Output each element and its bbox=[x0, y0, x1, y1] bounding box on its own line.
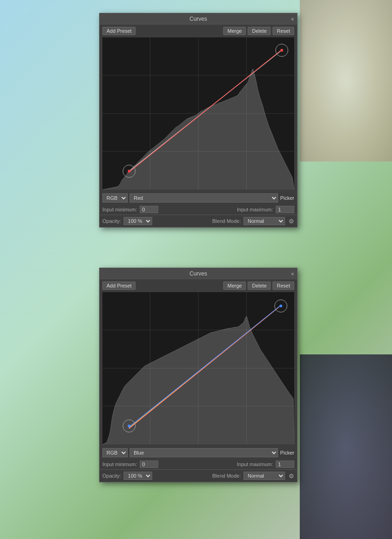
input-max-field-1[interactable] bbox=[276, 206, 294, 213]
add-preset-button-2[interactable]: Add Preset bbox=[102, 281, 136, 290]
opacity-label-1: Opacity: bbox=[102, 218, 121, 224]
picker-button-2[interactable]: Picker bbox=[280, 450, 294, 455]
control-dot-red-bottom bbox=[128, 170, 131, 173]
blend-mode-select-2[interactable]: Normal bbox=[244, 472, 285, 480]
rgb-select-1[interactable]: RGB bbox=[102, 193, 128, 203]
opacity-row-2: Opacity: 100 % Blend Mode: Normal ⚙ bbox=[100, 469, 297, 482]
input-min-field-1[interactable] bbox=[140, 206, 158, 213]
opacity-row-1: Opacity: 100 % Blend Mode: Normal ⚙ bbox=[100, 215, 297, 227]
reset-button-1[interactable]: Reset bbox=[273, 27, 294, 35]
control-dot-blue-top bbox=[279, 305, 282, 307]
toolbar-1: Add Preset Merge Delete Reset bbox=[100, 24, 297, 37]
delete-button-2[interactable]: Delete bbox=[248, 281, 271, 290]
delete-button-1[interactable]: Delete bbox=[248, 27, 271, 35]
curves-panel-1: Curves × Add Preset Merge Delete Reset bbox=[99, 13, 297, 228]
panel-title-1: Curves bbox=[190, 16, 207, 22]
bg-blur-bottom bbox=[300, 354, 392, 539]
blend-mode-label-1: Blend Mode: bbox=[212, 218, 241, 224]
opacity-select-2[interactable]: 100 % bbox=[124, 472, 152, 480]
input-row-2: Input minimum: Input maximum: bbox=[100, 459, 297, 469]
opacity-select-1[interactable]: 100 % bbox=[124, 217, 152, 225]
merge-button-2[interactable]: Merge bbox=[223, 281, 246, 290]
control-point-top-2[interactable] bbox=[274, 299, 287, 312]
gear-icon-1[interactable]: ⚙ bbox=[289, 218, 294, 225]
gear-icon-2[interactable]: ⚙ bbox=[289, 473, 294, 479]
blend-mode-select-1[interactable]: Normal bbox=[244, 217, 285, 225]
picker-button-1[interactable]: Picker bbox=[280, 195, 294, 201]
input-min-label-1: Input minimum: bbox=[102, 207, 137, 212]
channel-select-1[interactable]: Red bbox=[130, 193, 278, 203]
toolbar-2: Add Preset Merge Delete Reset bbox=[100, 279, 297, 292]
control-point-top-1[interactable] bbox=[275, 44, 288, 57]
channel-controls-2: RGB Blue Picker bbox=[100, 446, 297, 459]
rgb-select-2[interactable]: RGB bbox=[102, 448, 128, 457]
input-row-1: Input minimum: Input maximum: bbox=[100, 204, 297, 215]
curves-panel-2: Curves × Add Preset Merge Delete Reset bbox=[99, 268, 297, 482]
close-button-1[interactable]: × bbox=[291, 16, 294, 22]
curves-graph-2[interactable] bbox=[102, 292, 294, 444]
panel-title-2: Curves bbox=[190, 270, 207, 277]
merge-button-1[interactable]: Merge bbox=[223, 27, 246, 35]
title-bar-1: Curves × bbox=[100, 13, 297, 24]
add-preset-button-1[interactable]: Add Preset bbox=[102, 27, 136, 35]
channel-select-2[interactable]: Blue bbox=[130, 448, 278, 457]
input-max-label-1: Input maximum: bbox=[237, 207, 273, 212]
curves-graph-1[interactable] bbox=[102, 37, 294, 190]
blend-mode-label-2: Blend Mode: bbox=[212, 473, 241, 479]
close-button-2[interactable]: × bbox=[291, 270, 294, 276]
input-max-label-2: Input maximum: bbox=[237, 461, 273, 467]
input-max-field-2[interactable] bbox=[276, 461, 294, 468]
channel-controls-1: RGB Red Picker bbox=[100, 192, 297, 204]
title-bar-2: Curves × bbox=[100, 268, 297, 279]
opacity-label-2: Opacity: bbox=[102, 473, 121, 479]
input-min-field-2[interactable] bbox=[140, 461, 158, 468]
control-dot-red-top bbox=[280, 49, 283, 52]
control-point-bottom-2[interactable] bbox=[123, 419, 136, 432]
reset-button-2[interactable]: Reset bbox=[273, 281, 294, 290]
control-dot-blue-bottom bbox=[128, 425, 131, 427]
bg-blur-top bbox=[300, 0, 392, 162]
input-min-label-2: Input minimum: bbox=[102, 461, 137, 467]
control-point-bottom-1[interactable] bbox=[123, 165, 136, 178]
